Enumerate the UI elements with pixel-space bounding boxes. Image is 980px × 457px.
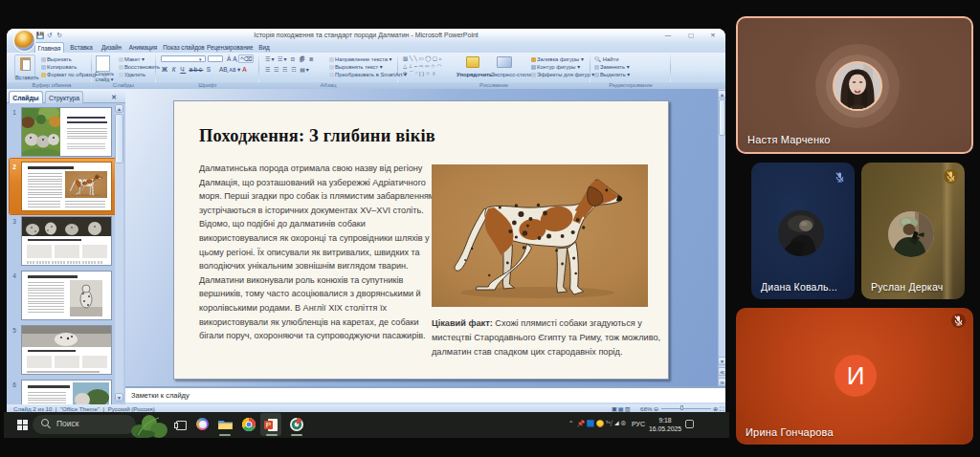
svg-text:P: P [266, 421, 271, 429]
